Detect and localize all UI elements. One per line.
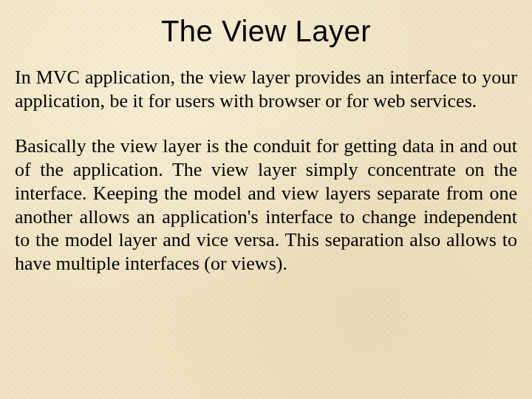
paragraph-2: Basically the view layer is the conduit … <box>15 134 517 275</box>
paragraph-1: In MVC application, the view layer provi… <box>15 66 517 112</box>
slide-title: The View Layer <box>15 15 517 48</box>
